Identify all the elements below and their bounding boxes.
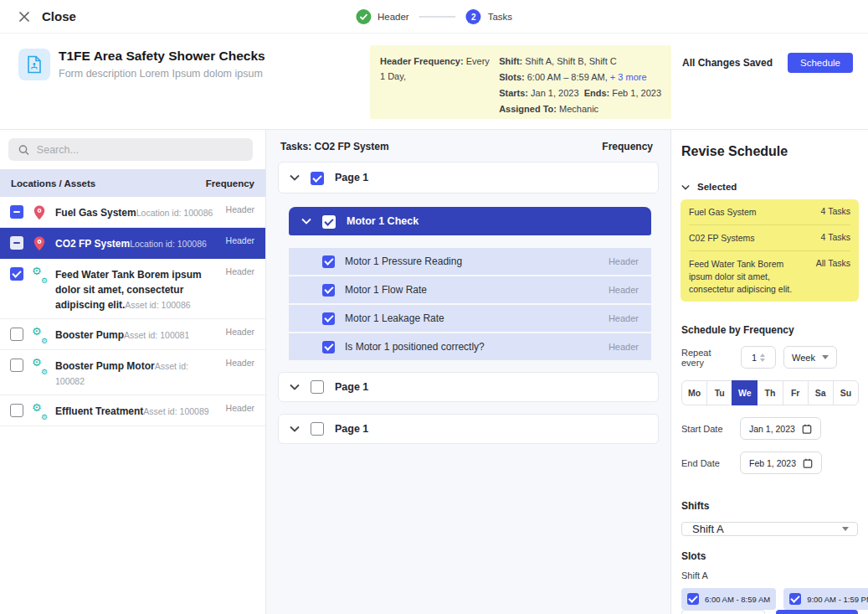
item-frequency: Header: [226, 402, 254, 413]
item-checkbox-checked[interactable]: [10, 267, 23, 281]
subtask-row[interactable]: Is Motor 1 positioned correctly? Header: [289, 333, 651, 360]
item-id: Location id: 100086: [130, 239, 207, 249]
search-input[interactable]: [37, 144, 243, 156]
item-checkbox-indeterminate[interactable]: [10, 205, 23, 219]
day-button-sa[interactable]: Sa: [808, 380, 834, 405]
slots-shift-label: Shift A: [681, 570, 859, 580]
item-frequency: Header: [226, 204, 254, 214]
close-icon[interactable]: [18, 11, 30, 23]
item-frequency: Header: [226, 357, 254, 368]
chevron-down-icon[interactable]: [301, 218, 311, 224]
subtask-list: Motor 1 Pressure Reading Header Motor 1 …: [289, 248, 651, 360]
item-checkbox-unchecked[interactable]: [10, 328, 23, 341]
subtask-checkbox-checked[interactable]: [322, 284, 335, 297]
page-card-collapsed[interactable]: Page 1: [278, 414, 659, 444]
selected-toggle[interactable]: Selected: [681, 182, 859, 192]
calendar-icon: [803, 458, 813, 468]
revise-button[interactable]: Revise: [776, 610, 858, 614]
header-actions: All Changes Saved Schedule: [682, 52, 855, 74]
step-header-done-icon[interactable]: [356, 9, 371, 24]
slot-checkbox-checked[interactable]: [789, 593, 801, 605]
top-bar: Close Header 2 Tasks: [0, 0, 868, 34]
item-frequency: Header: [226, 326, 254, 337]
form-header: T1FE Area Safety Shower Checks Form desc…: [0, 34, 868, 130]
shifts-section-title: Shifts: [681, 500, 859, 512]
slot-checkbox-checked[interactable]: [687, 593, 699, 605]
task-group-header[interactable]: Motor 1 Check: [289, 207, 651, 235]
slot-chip[interactable]: 6:00 AM - 8:59 AM: [681, 588, 776, 610]
page-label: Page 1: [335, 381, 368, 393]
item-checkbox-indeterminate[interactable]: [10, 236, 23, 250]
step-header-label[interactable]: Header: [378, 12, 409, 22]
subtask-checkbox-checked[interactable]: [322, 341, 335, 353]
repeat-unit-select[interactable]: Week: [783, 346, 837, 369]
day-button-mo[interactable]: Mo: [681, 380, 707, 405]
group-checkbox-checked[interactable]: [322, 215, 336, 229]
shift-select[interactable]: Shift A: [681, 522, 858, 536]
chevron-down-icon[interactable]: [290, 426, 300, 432]
subtask-checkbox-checked[interactable]: [322, 312, 335, 325]
page-card-collapsed[interactable]: Page 1: [278, 372, 659, 402]
chevron-down-icon[interactable]: [290, 174, 300, 181]
day-button-tu[interactable]: Tu: [706, 380, 732, 405]
day-button-we-selected[interactable]: We: [732, 380, 758, 405]
stepper-arrows-icon[interactable]: [760, 353, 765, 362]
subtask-row[interactable]: Motor 1 Pressure Reading Header: [289, 248, 651, 275]
schedule-button[interactable]: Schedule: [788, 53, 853, 73]
subtask-row[interactable]: Motor 1 Flow Rate Header: [289, 276, 651, 303]
subtask-label: Motor 1 Leakage Rate: [345, 312, 444, 324]
start-date-row: Start Date Jan 1, 2023: [681, 417, 859, 440]
step-tasks-number[interactable]: 2: [466, 9, 481, 24]
chevron-down-icon[interactable]: [290, 384, 300, 390]
start-date-value: Jan 1, 2023: [749, 424, 795, 434]
page-checkbox-unchecked[interactable]: [311, 380, 324, 394]
subtask-label: Is Motor 1 positioned correctly?: [345, 341, 485, 353]
day-button-su[interactable]: Su: [833, 380, 859, 405]
selected-item: Fuel Gas System 4 Tasks: [689, 199, 850, 225]
tasks-panel-header: Tasks: CO2 FP System Frequency: [266, 130, 670, 162]
form-icon: [18, 49, 50, 80]
end-date-input[interactable]: Feb 1, 2023: [740, 451, 822, 474]
asset-gears-icon: ⚙⚙: [32, 404, 47, 419]
column-locations-assets: Locations / Assets: [11, 178, 95, 188]
list-item[interactable]: ⚙⚙ Effluent TreatmentAsset id: 100089 He…: [0, 395, 265, 426]
frequency-section-title: Schedule by Frequency: [681, 324, 859, 336]
end-date-label: End Date: [681, 458, 740, 468]
saved-status: All Changes Saved: [682, 57, 773, 69]
summary-frequency: Header Frequency: Every 1 Day,: [380, 54, 490, 111]
page-label: Page 1: [335, 172, 368, 183]
search-box[interactable]: [8, 138, 253, 161]
locations-panel: Locations / Assets Frequency Fuel Gas Sy…: [0, 130, 266, 614]
tasks-frequency-column: Frequency: [602, 141, 653, 152]
list-columns-header: Locations / Assets Frequency: [0, 169, 265, 197]
item-checkbox-unchecked[interactable]: [10, 404, 23, 417]
page-checkbox-unchecked[interactable]: [311, 422, 324, 436]
start-date-input[interactable]: Jan 1, 2023: [740, 417, 821, 440]
item-frequency: Header: [226, 266, 254, 276]
day-button-fr[interactable]: Fr: [783, 380, 809, 405]
summary-slots: Slots: 6:00 AM – 8:59 AM, + 3 more: [499, 70, 661, 85]
list-item[interactable]: ⚙⚙ Booster Pump MotorAsset id: 100082 He…: [0, 350, 265, 395]
form-title-block: T1FE Area Safety Shower Checks Form desc…: [59, 45, 370, 129]
selected-label: Selected: [697, 182, 737, 192]
slot-chip[interactable]: 9:00 AM - 1:59 PM: [783, 588, 868, 610]
list-item[interactable]: ⚙⚙ Booster PumpAsset id: 100081 Header: [0, 319, 265, 350]
step-tasks-label[interactable]: Tasks: [488, 12, 512, 22]
slots-more-link[interactable]: + 3 more: [610, 72, 647, 82]
form-description: Form description Lorem Ipsum dolom ipsum: [59, 68, 370, 80]
list-item[interactable]: ⚙⚙ Feed Water Tank Borem ipsum dolor sit…: [0, 259, 265, 319]
caret-down-icon: [822, 355, 829, 359]
step-connector: [419, 16, 456, 18]
subtask-checkbox-checked[interactable]: [322, 255, 335, 268]
day-button-th[interactable]: Th: [757, 380, 783, 405]
repeat-count-input[interactable]: 1: [741, 346, 776, 369]
subtask-row[interactable]: Motor 1 Leakage Rate Header: [289, 305, 651, 332]
close-button[interactable]: Close: [42, 9, 76, 23]
list-item[interactable]: Fuel Gas SystemLocation id: 100086 Heade…: [0, 197, 265, 228]
page-card-expanded[interactable]: Page 1: [278, 162, 659, 193]
page-checkbox-checked[interactable]: [311, 172, 324, 185]
list-item-selected[interactable]: CO2 FP SystemLocation id: 100086 Header: [0, 228, 265, 259]
cancel-button[interactable]: Cancel: [681, 610, 765, 614]
selected-item-name: C02 FP Systems: [689, 232, 755, 245]
item-checkbox-unchecked[interactable]: [10, 359, 23, 372]
